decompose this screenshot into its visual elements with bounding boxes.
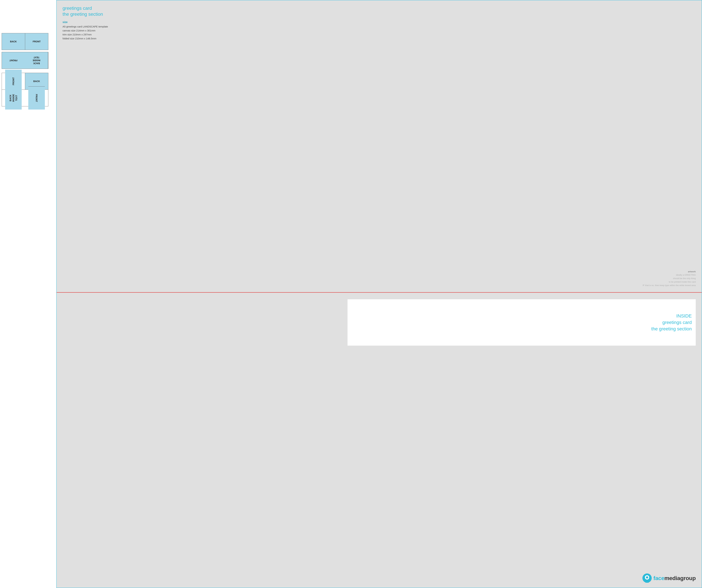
svg-point-2 [646, 576, 648, 579]
cell-back-inside-rotated: BACKINSIDETEXT [5, 86, 22, 110]
artwork-note: artwork ideally a GREETING should be the… [642, 270, 696, 287]
logo-area: facemediagroup [63, 572, 696, 583]
card-group-2: FRONT BACK BACKINSIDETEXT FRONT [2, 73, 48, 106]
card-group-2-wrapper: FRONT BACK BACKINSIDETEXT FRONT [2, 73, 48, 106]
top-section: greetings card the greeting section size… [56, 0, 702, 293]
size-details: A5 greetings card LANDSCAPE template can… [63, 25, 696, 40]
cell-front-flipped: FRONT [2, 52, 25, 69]
size-label: size [63, 21, 696, 24]
inside-text: INSIDE greetings card the greeting secti… [652, 313, 692, 332]
right-panel: greetings card the greeting section size… [56, 0, 702, 588]
cell-back-inside-flipped: BACKINSIDETEXT [25, 52, 48, 69]
cell-back-1: BACK [2, 33, 25, 50]
bottom-section: INSIDE greetings card the greeting secti… [56, 293, 702, 588]
card-group-1-row2: FRONT BACKINSIDETEXT [2, 52, 48, 69]
card-group-1: BACK FRONT [2, 33, 48, 50]
left-panel: BACK FRONT FRONT BACKINSIDETEXT FRONT BA… [0, 0, 56, 588]
top-title: greetings card the greeting section [63, 5, 696, 17]
facemediagroup-logo: facemediagroup [642, 573, 696, 583]
inside-box: INSIDE greetings card the greeting secti… [348, 299, 696, 346]
logo-wordmark: facemediagroup [653, 575, 696, 581]
card-group-2-row2: BACKINSIDETEXT FRONT [2, 90, 48, 106]
cell-front-1: FRONT [25, 33, 48, 50]
cell-front-rotated-right: FRONT [28, 86, 45, 110]
face-icon [642, 573, 652, 583]
